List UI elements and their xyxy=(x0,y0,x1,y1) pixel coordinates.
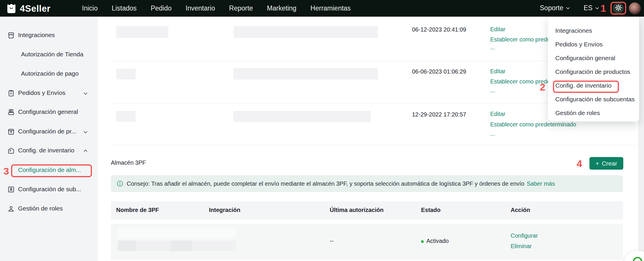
redacted-block xyxy=(116,111,136,122)
more-actions-link[interactable]: ... xyxy=(490,44,495,51)
settings-dropdown-menu: Integraciones Pedidos y Envíos Configura… xyxy=(548,17,639,121)
nav-item-marketing[interactable]: Marketing xyxy=(267,4,296,12)
more-actions-link[interactable]: ... xyxy=(490,130,495,137)
redacted-block xyxy=(116,69,136,79)
table-row: -- Activado Configurar Eliminar xyxy=(111,224,623,260)
brand-bag-icon xyxy=(6,2,17,15)
redacted-block xyxy=(118,228,236,238)
edit-link[interactable]: Editar xyxy=(490,68,505,75)
chevron-down-icon xyxy=(83,129,88,136)
redacted-block xyxy=(116,26,168,38)
sidebar-item-configuracion-general[interactable]: Configuración general xyxy=(0,106,98,119)
language-label: ES xyxy=(584,4,593,12)
sidebar-item-configuracion-de-almacen[interactable]: Configuración de alm... xyxy=(0,164,98,177)
status-dot-icon xyxy=(421,240,424,243)
sidebar-label: Gestión de roles xyxy=(18,205,63,212)
table-header-row: Nombre de 3PF Integración Última autoriz… xyxy=(111,201,623,220)
sidebar-item-integraciones[interactable]: Integraciones xyxy=(0,29,98,42)
edit-link[interactable]: Editar xyxy=(490,111,505,117)
printer-icon xyxy=(7,108,15,116)
column-header-nombre: Nombre de 3PF xyxy=(116,207,159,213)
column-header-estado: Estado xyxy=(421,207,441,213)
menu-item-pedidos-y-envios[interactable]: Pedidos y Envíos xyxy=(548,37,639,51)
sidebar-item-configuracion-de-subcuentas[interactable]: Configuración de sub... xyxy=(0,183,98,196)
redacted-block xyxy=(233,111,371,122)
scrollbar[interactable] xyxy=(638,17,644,261)
history-date: 06-12-2023 20:41:09 xyxy=(412,26,466,33)
learn-more-link[interactable]: Saber más xyxy=(527,180,555,187)
section-title: Almacén 3PF xyxy=(111,159,146,166)
set-default-link[interactable]: Establecer como predeterminado xyxy=(490,121,576,128)
sidebar-item-gestion-de-roles[interactable]: Gestión de roles xyxy=(0,202,98,215)
sidebar-label: Autorización de Tienda xyxy=(21,51,83,58)
nav-item-inicio[interactable]: Inicio xyxy=(82,4,98,12)
chevron-up-icon xyxy=(83,148,88,155)
annotation-box-gear xyxy=(610,2,626,15)
support-menu[interactable]: Soporte xyxy=(540,4,570,12)
annotation-step-3: 3 xyxy=(4,166,9,176)
redacted-block xyxy=(233,68,378,80)
sidebar-label: Configuración de alm... xyxy=(18,166,81,173)
menu-item-config-de-inventario[interactable]: Config. de inventario xyxy=(548,79,639,92)
annotation-step-2: 2 xyxy=(540,82,545,92)
sidebar-item-configuracion-de-productos[interactable]: Configuración de pr... xyxy=(0,125,98,138)
user-icon xyxy=(7,205,15,213)
redacted-block xyxy=(118,241,136,251)
sidebar-item-config-de-inventario[interactable]: Config. de inventario xyxy=(0,144,98,157)
status-badge: Activado xyxy=(421,238,449,244)
warehouse-icon xyxy=(7,147,15,155)
sidebar-label: Configuración de sub... xyxy=(18,186,81,193)
menu-item-gestion-de-roles[interactable]: Gestión de roles xyxy=(548,106,639,120)
sidebar-label: Autorización de pago xyxy=(21,70,78,77)
history-date: 06-06-2023 01:06:29 xyxy=(412,68,466,75)
headset-icon xyxy=(631,255,644,261)
create-button[interactable]: + Crear xyxy=(589,157,623,170)
column-header-ultima-autorizacion: Última autorización xyxy=(330,207,383,213)
chevron-down-icon xyxy=(595,6,600,11)
nav-item-reporte[interactable]: Reporte xyxy=(229,4,253,12)
chevron-down-icon xyxy=(83,91,88,97)
section-divider xyxy=(111,145,638,145)
history-date: 12-29-2022 17:20:57 xyxy=(412,111,466,118)
brand[interactable]: 4Seller xyxy=(6,2,50,15)
user-avatar[interactable] xyxy=(629,2,641,14)
info-icon xyxy=(117,180,123,187)
nav-item-herramientas[interactable]: Herramientas xyxy=(310,4,351,12)
settings-gear-button[interactable] xyxy=(613,3,624,14)
nav-item-pedido[interactable]: Pedido xyxy=(151,4,172,12)
clipboard-check-icon xyxy=(7,89,15,97)
column-header-accion: Acción xyxy=(511,207,530,213)
status-label: Activado xyxy=(426,238,449,244)
edit-link[interactable]: Editar xyxy=(490,26,505,33)
app-window: 4Seller Inicio Listados Pedido Inventari… xyxy=(0,0,644,261)
sidebar-label: Configuración general xyxy=(18,108,78,115)
menu-item-configuracion-general[interactable]: Configuración general xyxy=(548,51,639,65)
sidebar-label: Integraciones xyxy=(18,32,55,39)
sidebar-item-autorizacion-de-pago[interactable]: Autorización de pago xyxy=(0,67,98,80)
nav-item-inventario[interactable]: Inventario xyxy=(186,4,215,12)
redacted-block xyxy=(233,26,378,38)
gear-icon xyxy=(615,4,622,13)
tip-banner: Consejo: Tras añadir el almacén, puede c… xyxy=(111,175,623,192)
menu-item-configuracion-de-productos[interactable]: Configuración de productos xyxy=(548,65,639,79)
sidebar-label: Config. de inventario xyxy=(18,147,74,154)
brand-name: 4Seller xyxy=(20,4,50,14)
sidebar-item-autorizacion-de-tienda[interactable]: Autorización de Tienda xyxy=(0,48,98,61)
column-header-integracion: Integración xyxy=(209,207,240,213)
settings-sidebar: Integraciones Autorización de Tienda Aut… xyxy=(0,17,98,261)
nav-item-listados[interactable]: Listados xyxy=(112,4,137,12)
last-auth-value: -- xyxy=(330,238,334,244)
delete-link[interactable]: Eliminar xyxy=(511,243,532,250)
menu-item-configuracion-de-subcuentas[interactable]: Configuración de subcuentas xyxy=(548,92,639,106)
menu-item-integraciones[interactable]: Integraciones xyxy=(548,24,639,37)
sidebar-label: Pedidos y Envíos xyxy=(18,89,65,96)
storefront-icon xyxy=(7,31,15,39)
language-selector[interactable]: ES xyxy=(584,4,600,12)
id-badge-icon xyxy=(7,185,15,194)
more-actions-link[interactable]: ... xyxy=(490,87,495,94)
configure-link[interactable]: Configurar xyxy=(511,232,538,239)
sidebar-item-pedidos-y-envios[interactable]: Pedidos y Envíos xyxy=(0,87,98,100)
tip-text: Consejo: Tras añadir el almacén, puede c… xyxy=(127,180,524,187)
main-nav: Inicio Listados Pedido Inventario Report… xyxy=(82,0,351,17)
support-label: Soporte xyxy=(540,4,563,12)
